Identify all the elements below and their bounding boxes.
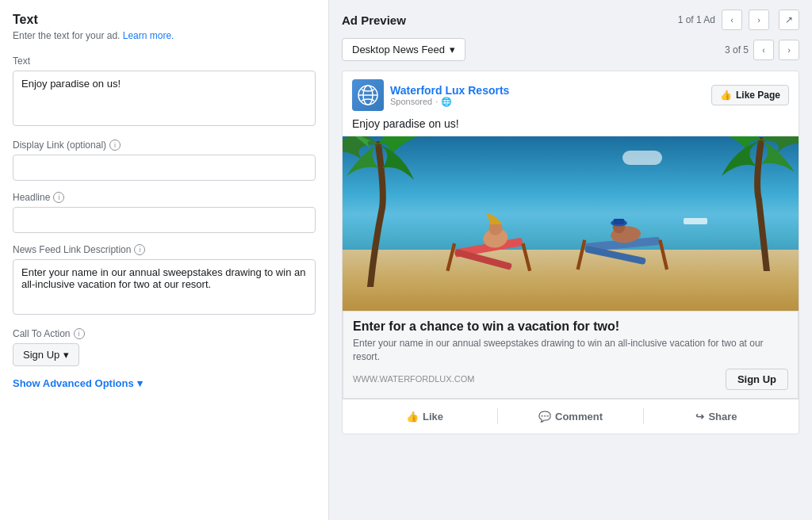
show-advanced-label: Show Advanced Options — [13, 377, 134, 389]
news-feed-info-icon[interactable]: i — [134, 244, 145, 255]
news-feed-group: News Feed Link Description i Enter your … — [13, 244, 316, 317]
brand-meta: Sponsored · 🌐 — [390, 97, 509, 107]
ad-card: Waterford Lux Resorts Sponsored · 🌐 👍 Li… — [342, 71, 799, 434]
placement-count-text: 3 of 5 — [725, 44, 749, 55]
text-field-group: Text Enjoy paradise on us! — [13, 55, 316, 128]
cta-value: Sign Up — [23, 349, 59, 361]
headline-group: Headline i Enter for a chance to win a v… — [13, 192, 316, 233]
learn-more-link[interactable]: Learn more. — [123, 30, 174, 41]
text-label: Text — [13, 55, 316, 67]
cloud — [622, 151, 662, 165]
right-panel: Ad Preview 1 of 1 Ad ‹ › ↗ Desktop News … — [329, 0, 812, 520]
ad-cta-row: WWW.WATERFORDLUX.COM Sign Up — [353, 369, 788, 390]
cta-dropdown[interactable]: Sign Up ▾ — [13, 343, 79, 366]
svg-line-12 — [660, 240, 667, 270]
ad-text: Enjoy paradise on us! — [343, 117, 799, 136]
title-group: Text Enter the text for your ad. Learn m… — [13, 13, 316, 41]
cta-label: Call To Action i — [13, 328, 316, 339]
svg-line-6 — [523, 243, 530, 271]
preview-nav: 1 of 1 Ad ‹ › ↗ — [678, 10, 799, 30]
cta-group: Call To Action i Sign Up ▾ — [13, 328, 316, 366]
placement-dropdown[interactable]: Desktop News Feed ▾ — [342, 38, 465, 61]
placement-bar: Desktop News Feed ▾ 3 of 5 ‹ › — [342, 38, 799, 61]
display-link-info-icon[interactable]: i — [109, 140, 121, 151]
section-title: Text — [13, 13, 316, 27]
sign-up-button[interactable]: Sign Up — [726, 369, 788, 390]
like-action-button[interactable]: 👍 Like — [352, 406, 497, 427]
display-link-group: Display Link (optional) i www.waterfordl… — [13, 140, 316, 181]
placement-next-button[interactable]: › — [779, 40, 799, 60]
comment-action-button[interactable]: 💬 Comment — [498, 406, 643, 427]
chevron-down-icon: ▾ — [450, 44, 455, 55]
preview-title: Ad Preview — [342, 13, 406, 27]
prev-arrow-button[interactable]: ‹ — [722, 10, 742, 30]
like-page-label: Like Page — [736, 90, 780, 101]
preview-header: Ad Preview 1 of 1 Ad ‹ › ↗ — [342, 10, 799, 30]
news-feed-input[interactable]: Enter your name in our annual sweepstake… — [13, 259, 316, 315]
headline-label: Headline i — [13, 192, 316, 203]
thumbs-up-icon: 👍 — [720, 90, 732, 101]
preview-count: 1 of 1 Ad — [678, 14, 715, 25]
globe-icon: 🌐 — [441, 97, 452, 107]
show-advanced-button[interactable]: Show Advanced Options ▾ — [13, 377, 316, 389]
placement-count-nav: 3 of 5 ‹ › — [725, 40, 799, 60]
svg-rect-16 — [613, 219, 624, 224]
placement-prev-button[interactable]: ‹ — [753, 40, 774, 60]
text-input[interactable]: Enjoy paradise on us! — [13, 71, 316, 126]
next-arrow-button[interactable]: › — [749, 10, 769, 30]
ad-url: WWW.WATERFORDLUX.COM — [353, 374, 474, 384]
ad-card-header: Waterford Lux Resorts Sponsored · 🌐 👍 Li… — [343, 71, 799, 117]
brand-name[interactable]: Waterford Lux Resorts — [390, 84, 509, 97]
chevron-down-icon: ▾ — [63, 349, 69, 361]
share-action-button[interactable]: ↪ Share — [644, 406, 789, 427]
like-page-button[interactable]: 👍 Like Page — [711, 85, 789, 105]
news-feed-label: News Feed Link Description i — [13, 244, 316, 255]
comment-icon: 💬 — [538, 411, 551, 422]
sponsored-text: Sponsored — [390, 97, 432, 106]
beach-scene-icon — [389, 189, 753, 285]
like-icon: 👍 — [406, 411, 419, 422]
ad-description: Enter your name in our annual sweepstake… — [353, 337, 788, 364]
svg-line-11 — [577, 240, 584, 270]
ad-headline: Enter for a chance to win a vacation for… — [353, 319, 788, 334]
display-link-input[interactable]: www.waterfordlux.com — [13, 155, 316, 181]
ad-image — [343, 136, 799, 311]
cta-info-icon[interactable]: i — [74, 328, 85, 339]
headline-info-icon[interactable]: i — [53, 192, 64, 203]
dot-separator: · — [435, 97, 438, 106]
like-label: Like — [423, 411, 443, 422]
comment-label: Comment — [555, 411, 603, 422]
share-label: Share — [708, 411, 737, 422]
left-panel: Text Enter the text for your ad. Learn m… — [0, 0, 329, 520]
placement-label: Desktop News Feed — [352, 44, 445, 55]
ad-brand: Waterford Lux Resorts Sponsored · 🌐 — [352, 79, 509, 111]
chevron-down-icon: ▾ — [137, 377, 143, 389]
ad-cta-section: Enter for a chance to win a vacation for… — [343, 311, 799, 399]
display-link-label: Display Link (optional) i — [13, 140, 316, 151]
external-link-icon[interactable]: ↗ — [779, 10, 799, 30]
headline-input[interactable]: Enter for a chance to win a vacation for… — [13, 207, 316, 233]
brand-info: Waterford Lux Resorts Sponsored · 🌐 — [390, 84, 509, 107]
section-subtitle: Enter the text for your ad. Learn more. — [13, 30, 316, 41]
brand-logo — [352, 79, 384, 111]
share-icon: ↪ — [695, 411, 704, 422]
ad-actions: 👍 Like 💬 Comment ↪ Share — [343, 399, 799, 434]
svg-line-5 — [447, 243, 454, 271]
